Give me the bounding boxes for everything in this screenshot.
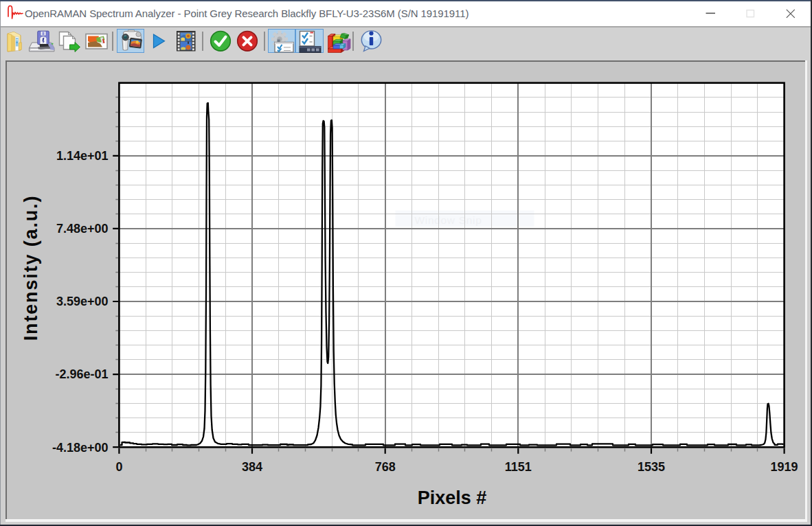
svg-text:Intensity (a.u.): Intensity (a.u.) bbox=[21, 195, 41, 341]
svg-text:0: 0 bbox=[115, 460, 122, 474]
svg-text:1535: 1535 bbox=[638, 460, 665, 474]
svg-text:1151: 1151 bbox=[505, 460, 532, 474]
svg-text:Window Snip: Window Snip bbox=[414, 214, 482, 226]
svg-text:7.48e+00: 7.48e+00 bbox=[56, 222, 109, 236]
svg-text:1.14e+01: 1.14e+01 bbox=[56, 149, 109, 163]
svg-text:Pixels #: Pixels # bbox=[418, 488, 487, 508]
svg-text:3.59e+00: 3.59e+00 bbox=[56, 295, 109, 308]
svg-text:768: 768 bbox=[375, 460, 396, 474]
svg-text:-2.96e-01: -2.96e-01 bbox=[55, 367, 108, 381]
svg-text:-4.18e+00: -4.18e+00 bbox=[52, 441, 109, 455]
svg-text:1919: 1919 bbox=[771, 460, 798, 474]
svg-text:384: 384 bbox=[242, 460, 262, 474]
